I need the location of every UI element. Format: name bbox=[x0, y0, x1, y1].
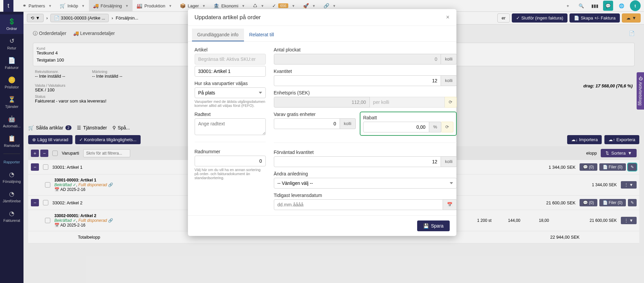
radnummer-input[interactable] bbox=[195, 156, 266, 166]
save-icon: 💾 bbox=[423, 223, 429, 229]
pris-unit-select: per kolli bbox=[370, 97, 445, 108]
pris-input bbox=[274, 97, 370, 108]
anledning-select[interactable]: -- Vänligen välj -- bbox=[274, 178, 457, 189]
rabatt-label: Rabatt bbox=[363, 115, 454, 120]
refresh-rabatt-button[interactable]: ⟳ bbox=[441, 122, 453, 132]
datum-input[interactable] bbox=[274, 199, 443, 210]
datum-label: Tidigast leveransdatum bbox=[274, 193, 457, 198]
radtext-input[interactable] bbox=[195, 118, 266, 135]
kvantitet-input[interactable] bbox=[274, 75, 441, 86]
rabatt-input[interactable] bbox=[363, 122, 429, 132]
varuparti-select[interactable]: På plats bbox=[195, 87, 266, 98]
refresh-icon: ⟳ bbox=[449, 99, 452, 105]
forvantad-label: Förväntad kvantitet bbox=[274, 150, 457, 155]
radnummer-help: Välj här om du vill ha en annan sorterin… bbox=[195, 168, 266, 180]
pris-label: Enhetspris (SEK) bbox=[274, 90, 457, 95]
plockat-input bbox=[274, 54, 441, 65]
modal-title: Uppdatera artikel på order bbox=[195, 14, 261, 21]
kvantitet-label: Kvantitet bbox=[274, 69, 457, 74]
radtext-label: Radtext bbox=[195, 112, 266, 117]
plockat-label: Antal plockat bbox=[274, 47, 457, 52]
refresh-price-button[interactable]: ⟳ bbox=[445, 97, 457, 108]
tab-related[interactable]: Relaterat till bbox=[244, 29, 280, 41]
gratis-unit: kolli bbox=[340, 118, 356, 129]
save-button[interactable]: 💾Spara bbox=[417, 220, 449, 231]
gratis-input[interactable] bbox=[274, 118, 340, 129]
artikel-label: Artikel bbox=[195, 47, 266, 52]
gratis-label: Varav gratis enheter bbox=[274, 112, 356, 117]
forvantad-unit: kolli bbox=[441, 156, 457, 167]
tab-basic-info[interactable]: Grundläggande info bbox=[192, 29, 244, 41]
varuparti-label: Hur ska varupartier väljas bbox=[195, 81, 266, 86]
rabatt-unit: % bbox=[429, 122, 442, 132]
plockat-unit: kolli bbox=[441, 54, 457, 65]
rabatt-highlight: Rabatt % ⟳ bbox=[360, 112, 457, 136]
kvantitet-unit: kolli bbox=[441, 75, 457, 86]
artikel-input[interactable] bbox=[195, 66, 266, 77]
calendar-icon: 📅 bbox=[447, 202, 452, 207]
refresh-icon: ⟳ bbox=[445, 124, 449, 129]
forvantad-input[interactable] bbox=[274, 156, 441, 167]
anledning-label: Ändra anledning bbox=[274, 171, 457, 176]
update-article-modal: Uppdatera artikel på order × Grundläggan… bbox=[188, 9, 456, 236]
close-button[interactable]: × bbox=[446, 14, 450, 21]
radnummer-label: Radnummer bbox=[195, 149, 266, 154]
calendar-button[interactable]: 📅 bbox=[443, 199, 457, 210]
varuparti-help: Varupartier med de äldsta utgångsdatumen… bbox=[195, 99, 266, 108]
artikel-filter-select: Begränsa till: Aktiva SKU:er bbox=[195, 54, 266, 65]
